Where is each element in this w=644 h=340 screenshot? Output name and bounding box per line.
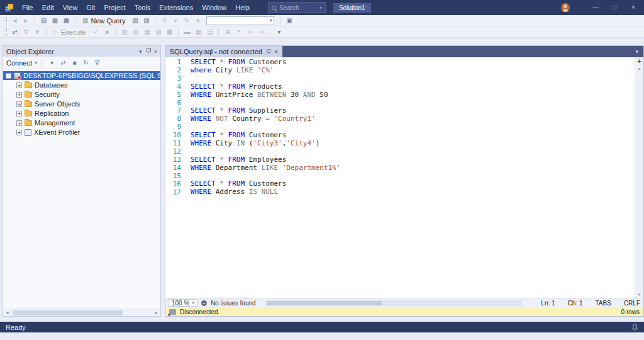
code-area[interactable]: SELECT * FROM Customerswhere City LIKE '… (186, 57, 635, 298)
close-button[interactable]: × (624, 0, 643, 15)
menu-item-extensions[interactable]: Extensions (155, 0, 197, 15)
menu-item-tools[interactable]: Tools (130, 0, 155, 15)
parse-icon[interactable]: ✓ (90, 27, 101, 37)
code-line[interactable]: where City LIKE 'C%' (191, 67, 635, 75)
increase-indent-icon[interactable]: » (256, 27, 267, 37)
minimize-button[interactable]: — (586, 0, 605, 15)
cancel-query-icon[interactable]: ■ (101, 27, 112, 37)
menu-item-help[interactable]: Help (231, 0, 254, 15)
user-avatar[interactable] (561, 3, 570, 12)
change-connection-icon[interactable]: ▼ (32, 27, 43, 37)
tab-sqlquery[interactable]: SQLQuery.sql - not connected × (165, 46, 282, 57)
disconnect-server-icon[interactable]: ⇄ (58, 58, 69, 68)
document-health-icon[interactable] (201, 300, 207, 306)
expander-icon[interactable]: + (16, 111, 22, 116)
connect-caret-icon[interactable]: ▾ (47, 58, 57, 68)
open-file-icon[interactable]: ▤ (38, 16, 49, 26)
save-icon[interactable]: ▦ (50, 16, 60, 26)
editor-hscrollbar[interactable] (266, 300, 523, 306)
disconnect-query-icon[interactable]: ⇅ (21, 27, 31, 37)
results-to-file-icon[interactable]: ▤ (204, 27, 215, 37)
uncomment-icon[interactable]: ≡ (233, 27, 244, 37)
code-line[interactable]: WHERE UnitPrice BETWEEN 30 AND 50 (191, 91, 635, 99)
split-editor-icon[interactable]: + (637, 57, 641, 65)
pin-panel-icon[interactable] (146, 48, 150, 55)
tree-node-server-objects[interactable]: +Server Objects (3, 99, 160, 108)
scroll-right-icon[interactable]: ► (152, 310, 160, 315)
menu-item-project[interactable]: Project (99, 0, 130, 15)
expander-icon[interactable]: + (16, 130, 22, 135)
expander-icon[interactable]: - (6, 73, 11, 79)
connect-button[interactable]: Connect ▾ (6, 59, 37, 67)
menu-item-file[interactable]: File (18, 0, 38, 15)
hscroll-track[interactable] (11, 310, 152, 315)
nav-backward-icon[interactable]: ◄ (9, 16, 20, 26)
maximize-button[interactable]: □ (605, 0, 624, 15)
refresh-icon[interactable]: ↻ (80, 58, 91, 68)
code-line[interactable]: WHERE Department LIKE 'Department1%' (191, 164, 635, 173)
connect-query-icon[interactable]: ⇄ (9, 27, 20, 37)
tree-node-security[interactable]: +Security (3, 90, 160, 99)
scroll-up-icon[interactable]: ▴ (638, 65, 641, 72)
app-icon[interactable] (4, 3, 14, 13)
estimated-plan-icon[interactable]: ▧ (119, 27, 130, 37)
hscroll-thumb[interactable] (13, 310, 123, 315)
expander-icon[interactable]: + (16, 92, 22, 98)
decrease-indent-icon[interactable]: « (245, 27, 255, 37)
comment-icon[interactable]: ≣ (222, 27, 233, 37)
redo-icon[interactable]: ↻ (181, 16, 192, 26)
redo-caret-icon[interactable]: ▾ (192, 16, 203, 26)
object-explorer-hscrollbar[interactable]: ◄ ► (3, 309, 160, 316)
toolbar-overflow-caret-icon[interactable]: ▾ (274, 27, 284, 37)
object-explorer-titlebar[interactable]: Object Explorer ▾ × (3, 46, 160, 57)
zoom-selector[interactable]: 100 % ▾ (169, 299, 197, 307)
tab-pin-icon[interactable] (267, 49, 270, 55)
new-database-engine-query-icon[interactable]: ▧ (130, 16, 140, 26)
query-options-icon[interactable]: ▥ (130, 27, 141, 37)
tree-node-replication[interactable]: +Replication (3, 109, 160, 118)
nav-forward-icon[interactable]: ► (21, 16, 31, 26)
menu-item-git[interactable]: Git (82, 0, 99, 15)
code-line[interactable]: WHERE City IN ('City3','City4') (191, 140, 635, 148)
tree-node-management[interactable]: +Management (3, 118, 160, 127)
code-line[interactable]: WHERE NOT Country = 'Country1' (191, 115, 635, 123)
editor-vscrollbar[interactable]: + ▴ ▾ (635, 57, 643, 298)
tab-close-icon[interactable]: × (274, 48, 278, 55)
execute-button[interactable]: ▷Execute (50, 27, 89, 37)
notifications-icon[interactable] (631, 324, 638, 331)
tab-list-caret-icon[interactable]: ▾ (630, 46, 643, 57)
editor-body[interactable]: 1234567891011121314151617 SELECT * FROM … (165, 57, 643, 298)
tabs-indicator[interactable]: TABS (595, 300, 611, 307)
menu-item-window[interactable]: Window (197, 0, 231, 15)
activity-monitor-icon[interactable]: ▣ (284, 16, 294, 26)
save-all-icon[interactable]: ▩ (61, 16, 72, 26)
menu-item-view[interactable]: View (58, 0, 82, 15)
expander-icon[interactable]: + (16, 101, 22, 107)
editor-hscroll-thumb[interactable] (267, 301, 382, 305)
actual-plan-icon[interactable]: ▨ (153, 27, 164, 37)
search-box[interactable]: Search ▾ (268, 2, 326, 13)
find-combo-caret-icon[interactable]: ▾ (267, 18, 274, 23)
intellisense-icon[interactable]: ▦ (142, 27, 152, 37)
expander-icon[interactable]: + (16, 82, 22, 88)
tree-node-server[interactable]: - DESKTOP-6PSBIGG\SQLEXPRESS (SQL Server… (3, 71, 160, 80)
close-panel-icon[interactable]: × (154, 48, 157, 55)
new-query-button[interactable]: ▥New Query (79, 16, 129, 26)
undo-caret-icon[interactable]: ▾ (170, 16, 180, 26)
menu-item-edit[interactable]: Edit (38, 0, 58, 15)
scroll-left-icon[interactable]: ◄ (3, 310, 11, 315)
tree-node-xevent-profiler[interactable]: +XEvent Profiler (3, 128, 160, 137)
solution-badge[interactable]: Solution1 (333, 3, 371, 13)
filter-icon[interactable]: ∇ (92, 58, 103, 68)
window-position-caret-icon[interactable]: ▾ (139, 48, 142, 55)
scroll-down-icon[interactable]: ▾ (638, 292, 641, 298)
find-combo[interactable]: ▾ (206, 16, 274, 25)
client-statistics-icon[interactable]: ▩ (164, 27, 175, 37)
eol-indicator[interactable]: CRLF (624, 300, 640, 307)
expander-icon[interactable]: + (16, 120, 22, 126)
toolbar-grip[interactable] (4, 17, 7, 25)
open-query-file-icon[interactable]: ▨ (141, 16, 152, 26)
toolbar-grip[interactable] (4, 28, 7, 36)
tree-node-databases[interactable]: +Databases (3, 81, 160, 89)
results-to-grid-icon[interactable]: ▦ (193, 27, 204, 37)
